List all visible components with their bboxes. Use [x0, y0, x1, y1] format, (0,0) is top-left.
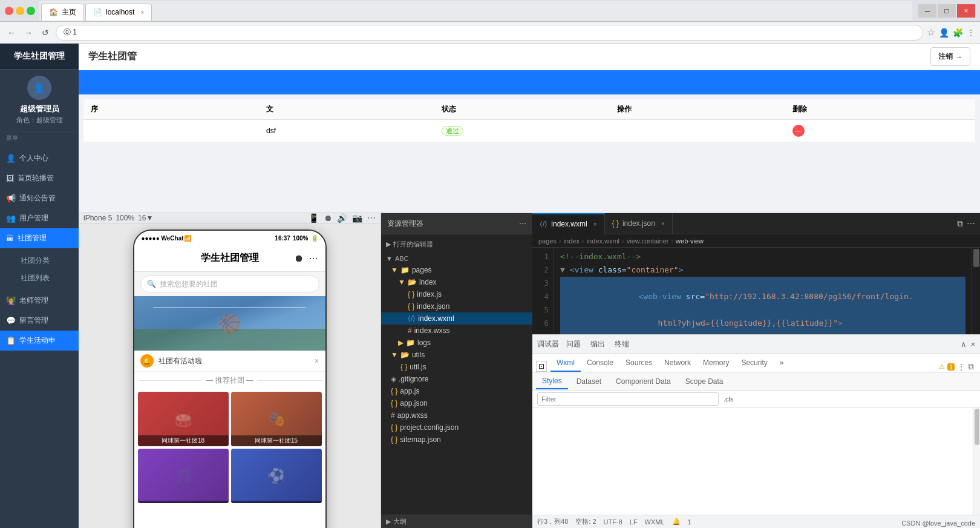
tree-folder-utils[interactable]: ▼ 📂 utils — [381, 349, 532, 361]
devtools-expand-icon[interactable]: ∧ — [961, 340, 967, 349]
sidebar-item-carousel[interactable]: 🖼 首页轮播管 — [0, 168, 79, 188]
tree-file-index-wxss[interactable]: # index.wxss — [381, 325, 532, 337]
devtools-tab-sources[interactable]: Sources — [619, 355, 658, 372]
devtools-close-icon[interactable]: × — [970, 340, 975, 349]
more-editor-icon[interactable]: ⋯ — [967, 219, 975, 229]
sidebar-item-notice[interactable]: 📢 通知公告管 — [0, 188, 79, 208]
editor-scrollbar[interactable] — [972, 248, 980, 334]
file-tree-more-icon[interactable]: ⋯ — [519, 219, 526, 228]
devtools-terminal-btn[interactable]: 终端 — [612, 338, 632, 351]
wxml-tab-close-btn[interactable]: × — [593, 221, 597, 228]
sidebar-item-club-category[interactable]: 社团分类 — [15, 252, 79, 269]
sidebar-item-user[interactable]: 👥 用户管理 — [0, 208, 79, 228]
breadcrumb-index[interactable]: index — [564, 237, 580, 245]
sidebar-item-teacher[interactable]: 👩‍🏫 老师管理 — [0, 291, 79, 311]
phone-more-btn[interactable]: ··· — [309, 252, 318, 265]
devtools-tab-more[interactable]: » — [774, 355, 790, 372]
club-grid-item-1[interactable]: 🥁 同球第一社团18 — [138, 392, 229, 446]
code-editor[interactable]: <!--index.wxml--> ▼ <view class="contain… — [554, 248, 972, 334]
tree-file-util-js[interactable]: { } util.js — [381, 361, 532, 373]
bookmark-icon[interactable]: ☆ — [927, 27, 935, 38]
tab-home[interactable]: 🏠 主页 — [41, 4, 84, 21]
file-tree-footer[interactable]: ▶ 大纲 — [381, 515, 532, 528]
editor-tab-wxml[interactable]: ⟨/⟩ index.wxml × — [532, 213, 605, 234]
devtools-scrollbar[interactable] — [973, 408, 980, 515]
window-max-btn[interactable] — [27, 7, 35, 15]
tree-folder-logs[interactable]: ▶ 📁 logs — [381, 337, 532, 349]
sidebar-item-activity[interactable]: 📋 学生活动申 — [0, 331, 79, 351]
phone-icon-2[interactable]: ⏺ — [324, 213, 332, 223]
devtools-kebab-icon[interactable]: ⋮ — [957, 362, 965, 372]
devtools-select-icon[interactable]: ⊡ — [536, 361, 547, 372]
phone-icon-1[interactable]: 📱 — [309, 213, 319, 223]
club-grid-item-2[interactable]: 🎭 同球第一社团15 — [231, 392, 322, 446]
extension-icon[interactable]: 🧩 — [953, 28, 963, 38]
address-input[interactable] — [56, 25, 923, 41]
nav-forward-btn[interactable]: → — [22, 26, 35, 39]
tree-file-project-config[interactable]: { } project.config.json — [381, 421, 532, 434]
tab-main[interactable]: 📄 localhost × — [85, 4, 152, 21]
tree-file-app-js[interactable]: { } app.js — [381, 385, 532, 397]
logout-button[interactable]: 注销 → — [930, 47, 970, 66]
devtools-sub-tab-styles[interactable]: Styles — [536, 374, 568, 389]
delete-button[interactable]: — — [792, 125, 805, 137]
warning-icon[interactable]: ⚠ — [939, 363, 945, 371]
nav-back-btn[interactable]: ← — [5, 26, 18, 39]
win-maximize[interactable]: □ — [938, 4, 956, 18]
devtools-output-btn[interactable]: 编出 — [588, 338, 607, 351]
tree-file-index-wxml[interactable]: ⟨/⟩ index.wxml — [381, 312, 532, 325]
json-tab-close-btn[interactable]: × — [661, 220, 665, 227]
tree-file-index-js[interactable]: { } index.js — [381, 288, 532, 300]
tree-file-sitemap[interactable]: { } sitemap.json — [381, 434, 532, 446]
sidebar-item-message[interactable]: 💬 留言管理 — [0, 311, 79, 331]
devtools-question-btn[interactable]: 问题 — [564, 338, 583, 351]
breadcrumb-pages[interactable]: pages — [538, 237, 557, 245]
devtools-sub-tab-component[interactable]: Component Data — [610, 374, 677, 389]
devtools-scrollbar-thumb[interactable] — [975, 409, 979, 445]
phone-record-btn[interactable]: ⏺ — [294, 253, 304, 264]
sidebar-item-club-list[interactable]: 社团列表 — [15, 269, 79, 287]
devtools-tab-wxml[interactable]: Wxml — [550, 355, 581, 372]
devtools-tab-security[interactable]: Security — [735, 355, 773, 372]
tree-file-app-json[interactable]: { } app.json — [381, 397, 532, 409]
profile-icon[interactable]: 👤 — [939, 28, 949, 38]
breadcrumb-view[interactable]: view.container — [627, 237, 669, 245]
project-header[interactable]: ▼ ABC — [381, 253, 532, 264]
tree-folder-pages[interactable]: ▼ 📁 pages — [381, 264, 532, 276]
tree-file-gitignore[interactable]: ◈ .gitignore — [381, 373, 532, 385]
split-icon[interactable]: ⧉ — [957, 219, 963, 229]
phone-search-input[interactable]: 🔍 搜索您想要的社团 — [140, 276, 319, 292]
code-area: 1 2 3 4 5 6 <!--index.wxml--> ▼ <view cl… — [532, 248, 980, 334]
window-close-btn[interactable] — [5, 7, 13, 15]
devtools-tab-network[interactable]: Network — [658, 355, 697, 372]
tab-close-icon[interactable]: × — [140, 9, 144, 16]
devtools-popout-icon[interactable]: ⧉ — [968, 361, 974, 372]
devtools-tab-console[interactable]: Console — [581, 355, 619, 372]
devtools-sub-tab-dataset[interactable]: Dataset — [570, 374, 607, 389]
bell-icon[interactable]: 🔔 — [672, 518, 681, 526]
nav-reload-btn[interactable]: ↺ — [39, 26, 52, 39]
tree-file-index-json[interactable]: { } index.json — [381, 300, 532, 312]
editor-scrollbar-thumb[interactable] — [973, 249, 979, 267]
devtools-tab-memory[interactable]: Memory — [697, 355, 735, 372]
sidebar-item-club[interactable]: 🏛 社团管理 — [0, 228, 79, 248]
menu-icon[interactable]: ⋮ — [967, 28, 975, 38]
sidebar-item-personal[interactable]: 👤 个人中心 — [0, 148, 79, 168]
club-grid-item-3[interactable]: 🎵 — [138, 449, 229, 503]
tree-folder-index[interactable]: ▼ 📂 index — [381, 276, 532, 288]
devtools-sub-tab-scope[interactable]: Scope Data — [679, 374, 730, 389]
filter-cls-button[interactable]: .cls — [724, 395, 734, 403]
win-minimize[interactable]: ─ — [918, 4, 936, 18]
notification-close-btn[interactable]: × — [314, 356, 319, 366]
editor-tab-json[interactable]: { } index.json × — [605, 213, 673, 234]
tree-file-app-wxss[interactable]: # app.wxss — [381, 409, 532, 421]
phone-icon-3[interactable]: 🔊 — [337, 213, 347, 223]
filter-input[interactable] — [537, 392, 719, 406]
window-min-btn[interactable] — [16, 7, 24, 15]
club-grid-item-4[interactable]: ⚽ — [231, 449, 322, 503]
open-editors-header[interactable]: ▶ 打开的编辑器 — [381, 238, 532, 251]
breadcrumb-wxml[interactable]: index.wxml — [587, 237, 619, 245]
phone-icon-5[interactable]: ⋯ — [367, 213, 376, 223]
phone-icon-4[interactable]: 📷 — [352, 213, 362, 223]
win-close[interactable]: × — [957, 4, 975, 18]
